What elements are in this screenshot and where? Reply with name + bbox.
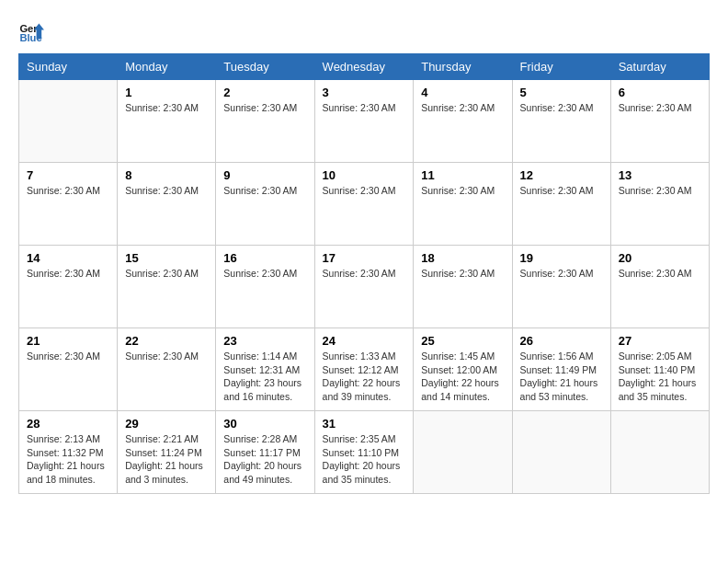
calendar-week-row: 21Sunrise: 2:30 AM22Sunrise: 2:30 AM23Su… [19, 328, 710, 411]
day-info: Sunrise: 2:05 AM Sunset: 11:40 PM Daylig… [619, 350, 701, 404]
day-info: Sunrise: 2:30 AM [223, 101, 306, 115]
calendar-cell: 8Sunrise: 2:30 AM [118, 163, 216, 246]
day-number: 23 [223, 334, 306, 348]
calendar-cell: 25Sunrise: 1:45 AM Sunset: 12:00 AM Dayl… [414, 328, 512, 411]
day-info: Sunrise: 2:28 AM Sunset: 11:17 PM Daylig… [223, 432, 306, 487]
day-info: Sunrise: 2:30 AM [421, 267, 504, 281]
day-info: Sunrise: 2:30 AM [520, 101, 603, 115]
day-info: Sunrise: 2:30 AM [27, 350, 109, 363]
day-number: 13 [619, 168, 701, 182]
day-info: Sunrise: 2:30 AM [421, 101, 504, 115]
calendar-cell: 21Sunrise: 2:30 AM [19, 328, 118, 411]
day-number: 31 [323, 417, 406, 431]
logo-icon: Gen Blue [18, 18, 44, 44]
day-number: 22 [125, 334, 208, 348]
day-info: Sunrise: 1:14 AM Sunset: 12:31 AM Daylig… [223, 350, 306, 404]
day-number: 14 [27, 251, 109, 265]
day-number: 11 [421, 168, 504, 182]
calendar-cell: 19Sunrise: 2:30 AM [512, 246, 610, 328]
day-info: Sunrise: 2:30 AM [125, 101, 208, 115]
day-info: Sunrise: 2:30 AM [223, 267, 306, 281]
calendar-cell [512, 411, 610, 494]
day-number: 7 [27, 168, 109, 182]
day-info: Sunrise: 2:30 AM [125, 184, 208, 198]
weekday-header: Thursday [414, 54, 512, 80]
calendar-cell: 10Sunrise: 2:30 AM [314, 163, 414, 246]
day-number: 20 [619, 251, 701, 265]
calendar-cell: 20Sunrise: 2:30 AM [610, 246, 709, 328]
calendar-cell: 3Sunrise: 2:30 AM [314, 80, 414, 163]
calendar-cell [610, 411, 709, 494]
calendar-table: SundayMondayTuesdayWednesdayThursdayFrid… [18, 53, 710, 494]
calendar-cell: 26Sunrise: 1:56 AM Sunset: 11:49 PM Dayl… [512, 328, 610, 411]
weekday-header: Saturday [610, 54, 709, 80]
day-number: 21 [27, 334, 109, 348]
weekday-header: Tuesday [216, 54, 314, 80]
calendar-cell: 22Sunrise: 2:30 AM [118, 328, 216, 411]
day-info: Sunrise: 2:30 AM [323, 101, 406, 115]
day-info: Sunrise: 1:56 AM Sunset: 11:49 PM Daylig… [520, 350, 603, 404]
calendar-cell: 1Sunrise: 2:30 AM [118, 80, 216, 163]
day-number: 2 [223, 86, 306, 99]
day-info: Sunrise: 2:30 AM [520, 267, 603, 281]
calendar-cell: 31Sunrise: 2:35 AM Sunset: 11:10 PM Dayl… [314, 411, 414, 494]
day-number: 3 [323, 86, 406, 99]
calendar-cell: 4Sunrise: 2:30 AM [414, 80, 512, 163]
calendar-cell: 7Sunrise: 2:30 AM [19, 163, 118, 246]
day-info: Sunrise: 2:30 AM [125, 350, 208, 363]
day-number: 15 [125, 251, 208, 265]
day-number: 12 [520, 168, 603, 182]
calendar-cell: 15Sunrise: 2:30 AM [118, 246, 216, 328]
day-number: 5 [520, 86, 603, 99]
calendar-cell [19, 80, 118, 163]
day-number: 1 [125, 86, 208, 99]
day-info: Sunrise: 2:21 AM Sunset: 11:24 PM Daylig… [125, 432, 208, 487]
logo: Gen Blue [18, 18, 48, 44]
calendar-cell: 29Sunrise: 2:21 AM Sunset: 11:24 PM Dayl… [118, 411, 216, 494]
day-info: Sunrise: 2:30 AM [323, 267, 406, 281]
day-number: 16 [223, 251, 306, 265]
calendar-body: 1Sunrise: 2:30 AM2Sunrise: 2:30 AM3Sunri… [19, 80, 710, 494]
day-number: 17 [323, 251, 406, 265]
day-number: 25 [421, 334, 504, 348]
day-number: 27 [619, 334, 701, 348]
calendar-cell: 17Sunrise: 2:30 AM [314, 246, 414, 328]
calendar-header: SundayMondayTuesdayWednesdayThursdayFrid… [19, 54, 710, 80]
day-info: Sunrise: 2:30 AM [125, 267, 208, 281]
weekday-header-row: SundayMondayTuesdayWednesdayThursdayFrid… [19, 54, 710, 80]
calendar-week-row: 1Sunrise: 2:30 AM2Sunrise: 2:30 AM3Sunri… [19, 80, 710, 163]
weekday-header: Sunday [19, 54, 118, 80]
calendar-cell: 9Sunrise: 2:30 AM [216, 163, 314, 246]
day-number: 18 [421, 251, 504, 265]
day-info: Sunrise: 1:45 AM Sunset: 12:00 AM Daylig… [421, 350, 504, 404]
day-number: 6 [619, 86, 701, 99]
calendar-cell: 11Sunrise: 2:30 AM [414, 163, 512, 246]
calendar-cell: 13Sunrise: 2:30 AM [610, 163, 709, 246]
day-number: 10 [323, 168, 406, 182]
day-info: Sunrise: 2:30 AM [421, 184, 504, 198]
day-info: Sunrise: 2:30 AM [27, 184, 109, 198]
calendar-cell: 27Sunrise: 2:05 AM Sunset: 11:40 PM Dayl… [610, 328, 709, 411]
calendar-week-row: 14Sunrise: 2:30 AM15Sunrise: 2:30 AM16Su… [19, 246, 710, 328]
day-info: Sunrise: 2:13 AM Sunset: 11:32 PM Daylig… [27, 432, 109, 487]
calendar-cell: 28Sunrise: 2:13 AM Sunset: 11:32 PM Dayl… [19, 411, 118, 494]
calendar-cell: 16Sunrise: 2:30 AM [216, 246, 314, 328]
calendar-week-row: 28Sunrise: 2:13 AM Sunset: 11:32 PM Dayl… [19, 411, 710, 494]
calendar-cell: 6Sunrise: 2:30 AM [610, 80, 709, 163]
calendar-cell: 14Sunrise: 2:30 AM [19, 246, 118, 328]
day-number: 19 [520, 251, 603, 265]
day-info: Sunrise: 2:30 AM [27, 267, 109, 281]
day-number: 26 [520, 334, 603, 348]
calendar-cell: 23Sunrise: 1:14 AM Sunset: 12:31 AM Dayl… [216, 328, 314, 411]
calendar-cell: 5Sunrise: 2:30 AM [512, 80, 610, 163]
day-number: 8 [125, 168, 208, 182]
calendar-cell: 30Sunrise: 2:28 AM Sunset: 11:17 PM Dayl… [216, 411, 314, 494]
day-number: 9 [223, 168, 306, 182]
day-number: 4 [421, 86, 504, 99]
page-header: Gen Blue [18, 18, 710, 44]
day-info: Sunrise: 1:33 AM Sunset: 12:12 AM Daylig… [323, 350, 406, 404]
day-info: Sunrise: 2:30 AM [520, 184, 603, 198]
day-info: Sunrise: 2:30 AM [223, 184, 306, 198]
weekday-header: Wednesday [314, 54, 414, 80]
day-number: 30 [223, 417, 306, 431]
